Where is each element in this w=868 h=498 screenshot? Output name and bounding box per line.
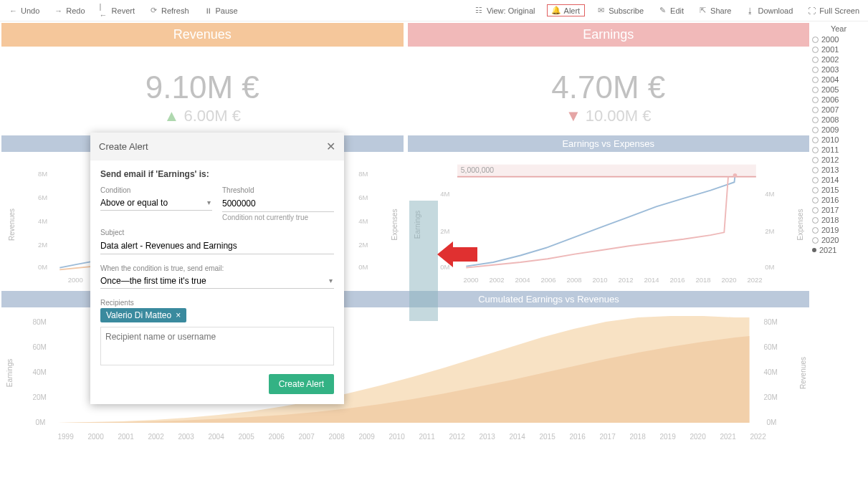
threshold-label: Threshold bbox=[222, 186, 334, 194]
svg-text:2020: 2020 bbox=[721, 276, 736, 284]
year-option-2016[interactable]: 2016 bbox=[812, 195, 865, 205]
recipient-box[interactable] bbox=[100, 327, 334, 365]
year-option-2013[interactable]: 2013 bbox=[812, 165, 865, 175]
download-button[interactable]: ⭳Download bbox=[743, 4, 796, 16]
earnings-sub: 10.00M € bbox=[586, 107, 652, 125]
year-filter[interactable]: Year 20002001200220032004200520062007200… bbox=[812, 24, 865, 255]
revert-icon: |← bbox=[100, 6, 109, 15]
svg-text:0M: 0M bbox=[36, 418, 46, 426]
svg-text:2006: 2006 bbox=[540, 276, 555, 284]
radio-icon bbox=[812, 67, 819, 73]
svg-text:2008: 2008 bbox=[329, 433, 345, 441]
year-option-2015[interactable]: 2015 bbox=[812, 185, 865, 195]
svg-text:2021: 2021 bbox=[720, 433, 737, 441]
svg-point-32 bbox=[733, 173, 737, 178]
year-option-2005[interactable]: 2005 bbox=[812, 85, 865, 95]
svg-text:40M: 40M bbox=[764, 368, 778, 376]
year-option-2012[interactable]: 2012 bbox=[812, 155, 865, 165]
year-option-2018[interactable]: 2018 bbox=[812, 215, 865, 225]
remove-chip-icon[interactable]: × bbox=[176, 310, 181, 320]
condition-select[interactable] bbox=[100, 196, 212, 211]
svg-text:2018: 2018 bbox=[695, 276, 710, 284]
earnings-kpi: 4.70M € ▼10.00M € bbox=[408, 49, 810, 133]
close-icon[interactable]: ✕ bbox=[326, 140, 335, 153]
year-option-2021[interactable]: 2021 bbox=[812, 245, 865, 255]
radio-icon bbox=[812, 37, 819, 43]
year-option-2019[interactable]: 2019 bbox=[812, 225, 865, 235]
radio-icon bbox=[812, 137, 819, 143]
svg-text:2017: 2017 bbox=[600, 433, 616, 441]
radio-icon bbox=[812, 117, 819, 123]
year-option-2017[interactable]: 2017 bbox=[812, 205, 865, 215]
svg-text:2M: 2M bbox=[38, 241, 47, 249]
refresh-button[interactable]: ⟳Refresh bbox=[146, 4, 192, 16]
svg-text:80M: 80M bbox=[33, 318, 47, 326]
y-axis-earnings-2: Earnings bbox=[6, 359, 14, 387]
svg-text:2009: 2009 bbox=[359, 433, 376, 441]
svg-text:8M: 8M bbox=[358, 170, 368, 178]
svg-text:0M: 0M bbox=[765, 263, 774, 271]
year-option-2009[interactable]: 2009 bbox=[812, 125, 865, 135]
recipients-label: Recipients bbox=[100, 299, 334, 307]
year-filter-title: Year bbox=[812, 24, 865, 33]
revert-button[interactable]: |←Revert bbox=[97, 4, 138, 16]
year-option-2020[interactable]: 2020 bbox=[812, 235, 865, 245]
radio-icon bbox=[812, 57, 819, 63]
year-option-2003[interactable]: 2003 bbox=[812, 64, 865, 75]
year-option-2006[interactable]: 2006 bbox=[812, 95, 865, 105]
fullscreen-button[interactable]: ⛶Full Screen bbox=[804, 4, 862, 16]
fullscreen-icon: ⛶ bbox=[807, 6, 816, 15]
frequency-label: When the condition is true, send email: bbox=[100, 264, 334, 272]
year-option-2007[interactable]: 2007 bbox=[812, 105, 865, 115]
radio-icon bbox=[812, 47, 819, 53]
create-alert-submit[interactable]: Create Alert bbox=[269, 374, 334, 394]
share-button[interactable]: ⇱Share bbox=[695, 4, 734, 16]
svg-text:1999: 1999 bbox=[58, 433, 75, 441]
view-button[interactable]: ☷View: Original bbox=[472, 4, 538, 16]
svg-text:2005: 2005 bbox=[239, 433, 255, 441]
svg-text:2007: 2007 bbox=[299, 433, 315, 441]
mail-icon: ✉ bbox=[596, 6, 606, 15]
year-option-2014[interactable]: 2014 bbox=[812, 175, 865, 185]
svg-text:2013: 2013 bbox=[480, 433, 496, 441]
svg-text:4M: 4M bbox=[765, 190, 774, 198]
pencil-icon: ✎ bbox=[658, 6, 667, 15]
toolbar: ←Undo →Redo |←Revert ⟳Refresh ⏸Pause ☷Vi… bbox=[0, 0, 868, 21]
svg-text:2015: 2015 bbox=[540, 433, 556, 441]
year-option-2000[interactable]: 2000 bbox=[812, 34, 865, 44]
svg-text:2010: 2010 bbox=[389, 433, 406, 441]
modal-title: Create Alert bbox=[99, 141, 148, 152]
subject-input[interactable] bbox=[100, 238, 334, 254]
radio-icon bbox=[812, 227, 819, 234]
year-option-2008[interactable]: 2008 bbox=[812, 115, 865, 125]
undo-button[interactable]: ←Undo bbox=[6, 4, 42, 16]
svg-text:2002: 2002 bbox=[148, 433, 165, 441]
year-option-2011[interactable]: 2011 bbox=[812, 145, 865, 155]
svg-text:4M: 4M bbox=[358, 217, 368, 225]
radio-icon bbox=[812, 147, 819, 153]
earnings-banner: Earnings bbox=[408, 23, 810, 47]
redo-icon: → bbox=[54, 6, 63, 15]
svg-text:4M: 4M bbox=[38, 217, 47, 225]
svg-text:2012: 2012 bbox=[618, 276, 633, 284]
alert-button[interactable]: 🔔Alert bbox=[547, 4, 586, 16]
edit-button[interactable]: ✎Edit bbox=[655, 4, 687, 16]
year-option-2004[interactable]: 2004 bbox=[812, 75, 865, 85]
year-option-2001[interactable]: 2001 bbox=[812, 44, 865, 54]
undo-icon: ← bbox=[9, 6, 18, 15]
redo-button[interactable]: →Redo bbox=[51, 4, 87, 16]
threshold-note: Condition not currently true bbox=[222, 214, 334, 221]
year-option-2002[interactable]: 2002 bbox=[812, 54, 865, 64]
subscribe-button[interactable]: ✉Subscribe bbox=[593, 4, 647, 16]
threshold-input[interactable] bbox=[222, 196, 334, 212]
svg-text:4M: 4M bbox=[440, 190, 449, 198]
frequency-select[interactable] bbox=[100, 274, 334, 289]
year-option-2010[interactable]: 2010 bbox=[812, 135, 865, 145]
earn-exp-section-title: Earnings vs Expenses bbox=[408, 135, 810, 152]
radio-icon bbox=[812, 87, 819, 93]
radio-icon bbox=[812, 127, 819, 133]
recipient-chip[interactable]: Valerio Di Matteo × bbox=[100, 308, 186, 322]
pause-button[interactable]: ⏸Pause bbox=[201, 4, 241, 16]
recipient-input[interactable] bbox=[105, 332, 329, 342]
radio-icon bbox=[812, 187, 819, 193]
